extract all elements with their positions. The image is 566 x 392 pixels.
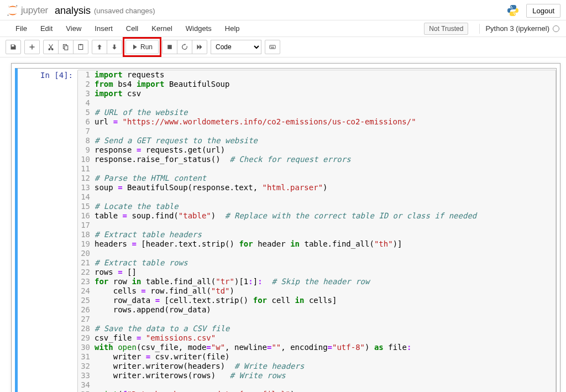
line-code[interactable] (93, 127, 555, 136)
code-line[interactable]: 9response = requests.get(url) (78, 145, 555, 155)
line-code[interactable] (93, 315, 555, 324)
line-code[interactable]: headers = [header.text.strip() for heade… (93, 239, 555, 249)
line-code[interactable]: with open(csv_file, mode="w", newline=""… (93, 343, 555, 352)
code-line[interactable]: 19headers = [header.text.strip() for hea… (78, 239, 555, 249)
code-line[interactable]: 17 (78, 221, 555, 230)
line-code[interactable] (93, 221, 555, 230)
run-button[interactable]: Run (125, 40, 159, 54)
code-line[interactable]: 30with open(csv_file, mode="w", newline=… (78, 343, 555, 352)
line-code[interactable]: writer = csv.writer(file) (93, 352, 555, 362)
line-code[interactable]: soup = BeautifulSoup(response.text, "htm… (93, 183, 555, 192)
code-line[interactable]: 12# Parse the HTML content (78, 174, 555, 183)
code-line[interactable]: 6url = "https://www.worldometers.info/co… (78, 117, 555, 127)
command-palette-button[interactable] (265, 40, 280, 54)
code-line[interactable]: 13soup = BeautifulSoup(response.text, "h… (78, 183, 555, 192)
line-code[interactable] (93, 380, 555, 390)
code-line[interactable]: 22rows = [] (78, 268, 555, 277)
interrupt-button[interactable] (162, 40, 177, 54)
line-code[interactable] (93, 249, 555, 258)
kernel-name[interactable]: Python 3 (ipykernel) (485, 24, 549, 33)
code-line[interactable]: 33 writer.writerows(rows) # Write rows (78, 371, 555, 380)
code-line[interactable]: 5# URL of the website (78, 108, 555, 117)
line-code[interactable]: row_data = [cell.text.strip() for cell i… (93, 296, 555, 305)
menu-help[interactable]: Help (218, 22, 247, 35)
code-line[interactable]: 25 row_data = [cell.text.strip() for cel… (78, 296, 555, 305)
code-line[interactable]: 27 (78, 315, 555, 324)
line-code[interactable]: rows = [] (93, 268, 555, 277)
line-code[interactable]: csv_file = "emissions.csv" (93, 333, 555, 343)
menu-insert[interactable]: Insert (88, 22, 119, 35)
code-line[interactable]: 8# Send a GET request to the website (78, 136, 555, 145)
menu-widgets[interactable]: Widgets (179, 22, 218, 35)
menu-cell[interactable]: Cell (119, 22, 145, 35)
restart-button[interactable] (177, 40, 192, 54)
menu-file[interactable]: File (7, 22, 34, 35)
line-code[interactable]: url = "https://www.worldometers.info/co2… (93, 117, 555, 127)
code-line[interactable]: 4 (78, 98, 555, 108)
cut-button[interactable] (43, 40, 59, 54)
paste-button[interactable] (73, 40, 88, 54)
line-code[interactable]: # Parse the HTML content (93, 174, 555, 183)
code-line[interactable]: 24 cells = row.find_all("td") (78, 286, 555, 296)
line-code[interactable]: writer.writerows(rows) # Write rows (93, 371, 555, 380)
line-code[interactable]: # Save the data to a CSV file (93, 324, 555, 333)
code-line[interactable]: 16table = soup.find("table") # Replace w… (78, 211, 555, 221)
code-cell[interactable]: In [4]: 1import requests2from bs4 import… (15, 68, 557, 392)
menu-view[interactable]: View (59, 22, 88, 35)
move-up-button[interactable] (92, 40, 107, 54)
line-code[interactable]: table = soup.find("table") # Replace wit… (93, 211, 555, 221)
line-code[interactable] (93, 98, 555, 108)
menu-edit[interactable]: Edit (34, 22, 59, 35)
code-line[interactable]: 28# Save the data to a CSV file (78, 324, 555, 333)
code-line[interactable]: 34 (78, 380, 555, 390)
code-line[interactable]: 11 (78, 164, 555, 174)
code-editor[interactable]: 1import requests2from bs4 import Beautif… (77, 70, 556, 392)
line-code[interactable]: cells = row.find_all("td") (93, 286, 555, 296)
notebook-name[interactable]: analysis (55, 5, 91, 17)
line-code[interactable]: response.raise_for_status() # Check for … (93, 155, 555, 164)
code-line[interactable]: 31 writer = csv.writer(file) (78, 352, 555, 362)
move-down-button[interactable] (107, 40, 122, 54)
logout-button[interactable]: Logout (526, 4, 560, 18)
line-code[interactable]: rows.append(row_data) (93, 305, 555, 315)
code-line[interactable]: 2from bs4 import BeautifulSoup (78, 80, 555, 89)
menu-kernel[interactable]: Kernel (145, 22, 179, 35)
restart-run-all-button[interactable] (192, 40, 207, 54)
svg-point-4 (514, 14, 515, 15)
jupyter-logo[interactable]: jupyter (6, 3, 48, 18)
code-line[interactable]: 23for row in table.find_all("tr")[1:]: #… (78, 277, 555, 286)
line-code[interactable]: from bs4 import BeautifulSoup (93, 80, 555, 89)
code-line[interactable]: 7 (78, 127, 555, 136)
code-line[interactable]: 32 writer.writerow(headers) # Write head… (78, 362, 555, 371)
line-code[interactable]: writer.writerow(headers) # Write headers (93, 362, 555, 371)
code-line[interactable]: 1import requests (78, 70, 555, 80)
code-line[interactable]: 3import csv (78, 89, 555, 98)
line-code[interactable]: import requests (93, 70, 555, 80)
code-line[interactable]: 29csv_file = "emissions.csv" (78, 333, 555, 343)
code-line[interactable]: 10response.raise_for_status() # Check fo… (78, 155, 555, 164)
line-code[interactable]: print(f"Data has been saved to {csv_file… (93, 390, 555, 392)
line-code[interactable]: # URL of the website (93, 108, 555, 117)
line-code[interactable] (93, 164, 555, 174)
code-line[interactable]: 18# Extract table headers (78, 230, 555, 239)
code-line[interactable]: 21# Extract table rows (78, 258, 555, 268)
line-number: 22 (78, 268, 93, 277)
code-line[interactable]: 14 (78, 192, 555, 202)
line-code[interactable] (93, 192, 555, 202)
line-code[interactable]: # Extract table headers (93, 230, 555, 239)
line-code[interactable]: import csv (93, 89, 555, 98)
line-code[interactable]: # Send a GET request to the website (93, 136, 555, 145)
code-line[interactable]: 35print(f"Data has been saved to {csv_fi… (78, 390, 555, 392)
add-cell-button[interactable] (24, 40, 40, 54)
cell-type-select[interactable]: Code (211, 40, 261, 54)
copy-button[interactable] (58, 40, 74, 54)
line-code[interactable]: response = requests.get(url) (93, 145, 555, 155)
line-code[interactable]: # Extract table rows (93, 258, 555, 268)
code-line[interactable]: 15# Locate the table (78, 202, 555, 211)
line-code[interactable]: for row in table.find_all("tr")[1:]: # S… (93, 277, 555, 286)
code-line[interactable]: 20 (78, 249, 555, 258)
line-code[interactable]: # Locate the table (93, 202, 555, 211)
save-button[interactable] (6, 40, 21, 54)
code-line[interactable]: 26 rows.append(row_data) (78, 305, 555, 315)
trust-indicator[interactable]: Not Trusted (424, 23, 468, 35)
